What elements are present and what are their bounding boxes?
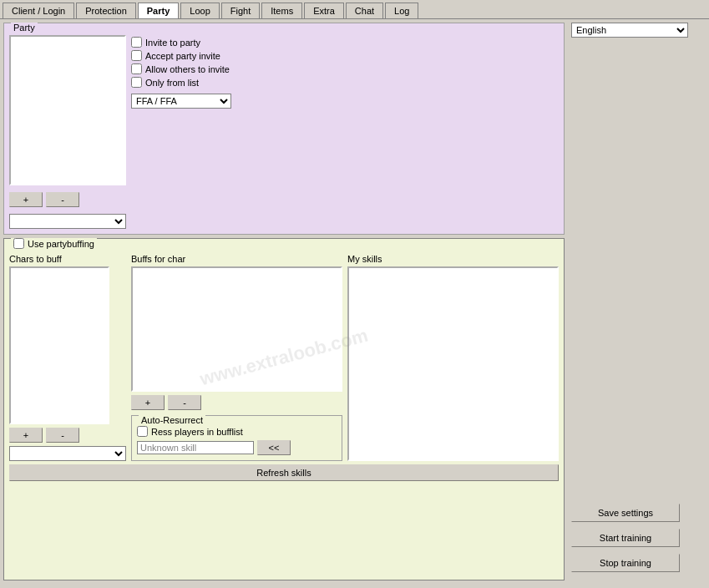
buffs-list bbox=[131, 266, 342, 392]
only-from-list-label: Only from list bbox=[145, 78, 199, 88]
chars-to-buff-label: Chars to buff bbox=[9, 254, 126, 264]
chars-remove-button[interactable]: - bbox=[46, 428, 79, 443]
allow-others-label: Allow others to invite bbox=[145, 64, 230, 74]
unknown-skill-input[interactable] bbox=[137, 441, 254, 454]
tab-chat[interactable]: Chat bbox=[346, 3, 383, 18]
buffs-col: Buffs for char + - Auto-Resurrect Ress p… bbox=[131, 254, 342, 461]
accept-party-invite-row[interactable]: Accept party invite bbox=[131, 50, 231, 61]
ress-players-label: Ress players in bufflist bbox=[151, 427, 243, 437]
invite-to-party-row[interactable]: Invite to party bbox=[131, 37, 231, 48]
party-add-button[interactable]: + bbox=[9, 192, 43, 207]
ress-players-checkbox[interactable] bbox=[137, 426, 148, 437]
arrow-button[interactable]: << bbox=[257, 440, 291, 455]
chars-add-button[interactable]: + bbox=[9, 428, 43, 443]
chars-btn-row: + - bbox=[9, 428, 126, 443]
party-member-dropdown[interactable] bbox=[9, 214, 126, 229]
auto-resurrect-section: Auto-Resurrect Ress players in bufflist … bbox=[131, 415, 342, 461]
tab-party[interactable]: Party bbox=[138, 3, 180, 18]
language-dropdown[interactable]: English bbox=[571, 23, 688, 38]
party-remove-button[interactable]: - bbox=[46, 192, 79, 207]
use-partybuffing-row[interactable]: Use partybuffing bbox=[13, 238, 94, 249]
refresh-skills-button[interactable]: Refresh skills bbox=[9, 464, 559, 481]
ress-players-row[interactable]: Ress players in bufflist bbox=[137, 426, 337, 437]
buff-section: Use partybuffing Chars to buff + - bbox=[3, 238, 565, 580]
only-from-list-checkbox[interactable] bbox=[131, 77, 142, 88]
my-skills-label: My skills bbox=[347, 254, 559, 264]
tab-extra[interactable]: Extra bbox=[304, 3, 344, 18]
main-content: Party + - bbox=[0, 19, 709, 584]
allow-others-row[interactable]: Allow others to invite bbox=[131, 63, 231, 74]
use-partybuffing-label: Use partybuffing bbox=[28, 239, 94, 249]
party-options: Invite to party Accept party invite Allo… bbox=[131, 35, 231, 229]
accept-party-invite-label: Accept party invite bbox=[145, 51, 220, 61]
right-panel: English Save settings Start training Sto… bbox=[568, 23, 706, 580]
left-panel: Party + - bbox=[3, 23, 565, 580]
chars-col: Chars to buff + - bbox=[9, 254, 126, 461]
ffa-dropdown-row: FFA / FFA bbox=[131, 94, 231, 109]
party-section: Party + - bbox=[3, 23, 565, 235]
auto-ress-label: Auto-Resurrect bbox=[139, 415, 205, 425]
stop-training-button[interactable]: Stop training bbox=[571, 554, 680, 572]
ress-row: << bbox=[137, 440, 337, 455]
chars-dropdown-row bbox=[9, 446, 126, 461]
allow-others-checkbox[interactable] bbox=[131, 63, 142, 74]
tab-bar: Client / Login Protection Party Loop Fig… bbox=[0, 0, 709, 19]
start-training-button[interactable]: Start training bbox=[571, 529, 680, 547]
tab-log[interactable]: Log bbox=[385, 3, 418, 18]
buffs-btn-row: + - bbox=[131, 395, 342, 410]
chars-dropdown[interactable] bbox=[9, 446, 126, 461]
right-buttons: Save settings Start training Stop traini… bbox=[571, 186, 706, 580]
party-dropdown-row bbox=[9, 214, 126, 229]
save-settings-button[interactable]: Save settings bbox=[571, 504, 680, 522]
party-group-label: Party bbox=[11, 23, 38, 33]
myskills-list bbox=[347, 266, 559, 461]
tab-client-login[interactable]: Client / Login bbox=[3, 3, 74, 18]
tab-fight[interactable]: Fight bbox=[221, 3, 260, 18]
invite-to-party-label: Invite to party bbox=[145, 38, 200, 48]
buff-group-label: Use partybuffing bbox=[11, 238, 97, 249]
chars-list bbox=[9, 266, 109, 424]
buffs-add-button[interactable]: + bbox=[131, 395, 165, 410]
buffs-for-char-label: Buffs for char bbox=[131, 254, 342, 264]
party-list-area: + - bbox=[9, 35, 126, 229]
ffa-dropdown[interactable]: FFA / FFA bbox=[131, 94, 231, 109]
language-row: English bbox=[571, 23, 706, 38]
invite-to-party-checkbox[interactable] bbox=[131, 37, 142, 48]
tab-protection[interactable]: Protection bbox=[76, 3, 136, 18]
use-partybuffing-checkbox[interactable] bbox=[13, 238, 24, 249]
party-list-box bbox=[9, 35, 126, 185]
party-inner: + - Invite to party bbox=[9, 35, 559, 229]
refresh-row: Refresh skills bbox=[9, 464, 559, 481]
tab-loop[interactable]: Loop bbox=[180, 3, 219, 18]
buffs-remove-button[interactable]: - bbox=[168, 395, 201, 410]
party-btn-row: + - bbox=[9, 192, 126, 207]
tab-items[interactable]: Items bbox=[261, 3, 302, 18]
only-from-list-row[interactable]: Only from list bbox=[131, 77, 231, 88]
accept-party-invite-checkbox[interactable] bbox=[131, 50, 142, 61]
myskills-col: My skills bbox=[347, 254, 559, 461]
